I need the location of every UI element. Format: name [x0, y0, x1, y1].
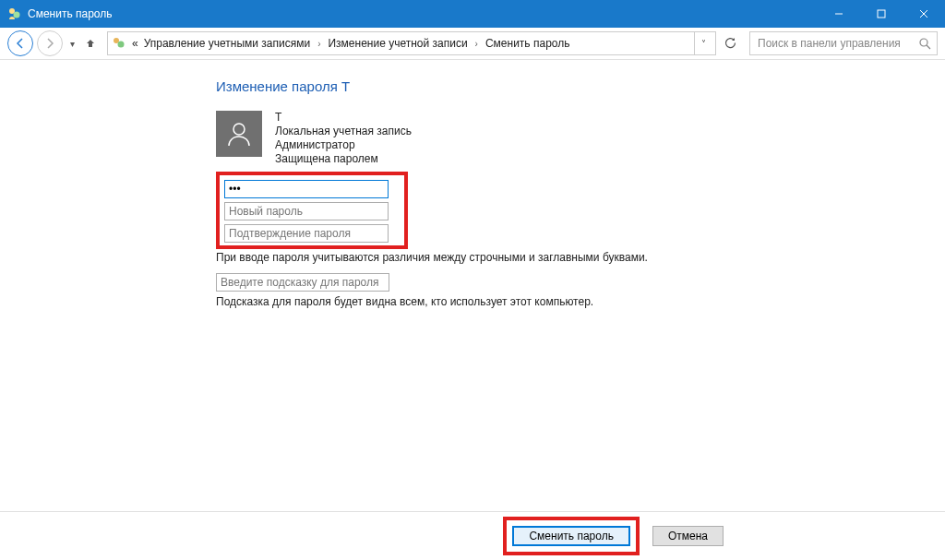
content-area: Изменение пароля T T Локальная учетная з… [0, 60, 945, 511]
account-summary: T Локальная учетная запись Администратор… [216, 111, 945, 166]
minimize-button[interactable] [818, 0, 860, 28]
refresh-button[interactable] [720, 32, 740, 54]
account-info: T Локальная учетная запись Администратор… [275, 111, 412, 166]
nav-history-dropdown[interactable]: ▾ [66, 39, 78, 49]
case-sensitivity-note: При вводе пароля учитываются различия ме… [216, 251, 945, 264]
address-dropdown[interactable]: ˅ [694, 32, 712, 54]
breadcrumb-item[interactable]: Сменить пароль [484, 37, 572, 50]
svg-point-7 [118, 42, 125, 48]
window: Сменить пароль ▾ [0, 0, 945, 560]
cancel-button[interactable]: Отмена [652, 526, 724, 546]
breadcrumb-item[interactable]: Управление учетными записями [142, 37, 312, 50]
maximize-button[interactable] [860, 0, 903, 28]
password-hint-field[interactable] [216, 273, 389, 292]
navbar: ▾ « Управление учетными записями › Измен… [0, 28, 945, 60]
address-bar[interactable]: « Управление учетными записями › Изменен… [107, 31, 716, 55]
search-input[interactable] [756, 36, 931, 51]
bottom-action-bar: Сменить пароль Отмена [0, 511, 945, 560]
nav-up-button[interactable] [81, 34, 100, 53]
account-protected: Защищена паролем [275, 152, 412, 166]
submit-button-highlight: Сменить пароль [503, 517, 640, 555]
user-accounts-icon [112, 36, 126, 51]
account-role: Администратор [275, 138, 412, 152]
window-title: Сменить пароль [28, 7, 113, 20]
page-heading: Изменение пароля T [216, 78, 945, 94]
avatar [216, 111, 262, 157]
chevron-right-icon: › [314, 39, 324, 49]
hint-visibility-note: Подсказка для пароля будет видна всем, к… [216, 295, 945, 308]
nav-forward-button[interactable] [37, 30, 63, 56]
breadcrumb-item[interactable]: Изменение учетной записи [326, 37, 469, 50]
account-name: T [275, 111, 412, 125]
confirm-password-field[interactable] [224, 224, 389, 243]
titlebar: Сменить пароль [0, 0, 945, 28]
account-type: Локальная учетная запись [275, 125, 412, 138]
close-button[interactable] [903, 0, 945, 28]
current-password-field[interactable] [224, 180, 389, 198]
chevron-right-icon: › [472, 39, 482, 49]
svg-point-8 [920, 39, 927, 46]
nav-back-button[interactable] [7, 30, 33, 56]
user-accounts-icon [7, 6, 22, 21]
change-password-button[interactable]: Сменить пароль [512, 526, 630, 546]
svg-point-10 [233, 124, 245, 135]
breadcrumb-prefix: « [130, 37, 140, 50]
svg-line-9 [927, 45, 930, 49]
password-fields-highlight [216, 172, 408, 249]
new-password-field[interactable] [224, 202, 389, 220]
search-box[interactable] [749, 31, 938, 55]
svg-point-1 [14, 12, 20, 18]
svg-rect-3 [878, 10, 885, 18]
search-icon [919, 38, 931, 50]
